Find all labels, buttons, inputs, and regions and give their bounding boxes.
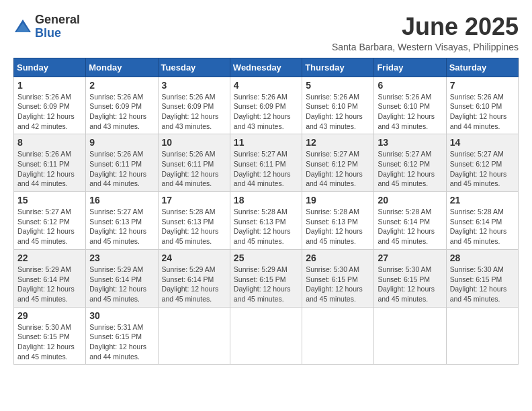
day-detail: Sunrise: 5:28 AM Sunset: 6:13 PM Dayligh… xyxy=(306,207,370,246)
day-number: 16 xyxy=(89,195,154,205)
week-row-2: 8 Sunrise: 5:26 AM Sunset: 6:11 PM Dayli… xyxy=(14,134,519,192)
table-cell xyxy=(158,307,230,365)
day-number: 3 xyxy=(162,80,226,91)
day-number: 8 xyxy=(17,137,82,148)
table-cell: 17 Sunrise: 5:28 AM Sunset: 6:13 PM Dayl… xyxy=(158,192,230,250)
day-detail: Sunrise: 5:29 AM Sunset: 6:15 PM Dayligh… xyxy=(234,265,298,304)
header: General Blue June 2025 Santa Barbara, We… xyxy=(13,13,519,52)
day-detail: Sunrise: 5:26 AM Sunset: 6:11 PM Dayligh… xyxy=(162,149,226,189)
col-wednesday: Wednesday xyxy=(230,58,302,77)
day-detail: Sunrise: 5:28 AM Sunset: 6:13 PM Dayligh… xyxy=(234,207,298,246)
day-detail: Sunrise: 5:26 AM Sunset: 6:09 PM Dayligh… xyxy=(89,92,154,132)
day-number: 5 xyxy=(306,80,370,91)
col-saturday: Saturday xyxy=(446,58,518,77)
logo: General Blue xyxy=(13,13,80,40)
table-cell: 19 Sunrise: 5:28 AM Sunset: 6:13 PM Dayl… xyxy=(302,192,374,250)
day-detail: Sunrise: 5:30 AM Sunset: 6:15 PM Dayligh… xyxy=(17,322,82,362)
title-block: June 2025 Santa Barbara, Western Visayas… xyxy=(332,13,519,52)
day-number: 17 xyxy=(162,195,226,205)
day-number: 13 xyxy=(378,137,442,148)
table-cell: 9 Sunrise: 5:26 AM Sunset: 6:11 PM Dayli… xyxy=(86,134,158,192)
logo-general-text: General xyxy=(35,13,80,26)
day-detail: Sunrise: 5:27 AM Sunset: 6:12 PM Dayligh… xyxy=(378,149,442,189)
day-detail: Sunrise: 5:26 AM Sunset: 6:11 PM Dayligh… xyxy=(17,149,82,189)
day-detail: Sunrise: 5:26 AM Sunset: 6:10 PM Dayligh… xyxy=(378,92,442,132)
day-detail: Sunrise: 5:30 AM Sunset: 6:15 PM Dayligh… xyxy=(450,265,515,304)
col-sunday: Sunday xyxy=(14,58,86,77)
table-cell: 7 Sunrise: 5:26 AM Sunset: 6:10 PM Dayli… xyxy=(446,77,518,134)
day-number: 14 xyxy=(450,137,515,148)
table-cell: 27 Sunrise: 5:30 AM Sunset: 6:15 PM Dayl… xyxy=(374,249,446,307)
day-number: 4 xyxy=(234,80,298,91)
table-cell xyxy=(374,307,446,365)
day-number: 9 xyxy=(89,137,154,148)
day-detail: Sunrise: 5:27 AM Sunset: 6:13 PM Dayligh… xyxy=(89,207,154,246)
day-number: 2 xyxy=(89,80,154,91)
week-row-1: 1 Sunrise: 5:26 AM Sunset: 6:09 PM Dayli… xyxy=(14,77,519,134)
day-detail: Sunrise: 5:26 AM Sunset: 6:09 PM Dayligh… xyxy=(17,92,82,132)
day-number: 11 xyxy=(234,137,298,148)
day-number: 28 xyxy=(450,253,515,263)
day-detail: Sunrise: 5:26 AM Sunset: 6:09 PM Dayligh… xyxy=(234,92,298,132)
table-cell: 22 Sunrise: 5:29 AM Sunset: 6:14 PM Dayl… xyxy=(14,249,86,307)
day-detail: Sunrise: 5:26 AM Sunset: 6:09 PM Dayligh… xyxy=(162,92,226,132)
day-number: 19 xyxy=(306,195,370,205)
table-cell: 6 Sunrise: 5:26 AM Sunset: 6:10 PM Dayli… xyxy=(374,77,446,134)
table-cell: 8 Sunrise: 5:26 AM Sunset: 6:11 PM Dayli… xyxy=(14,134,86,192)
day-number: 21 xyxy=(450,195,515,205)
table-cell: 15 Sunrise: 5:27 AM Sunset: 6:12 PM Dayl… xyxy=(14,192,86,250)
day-number: 27 xyxy=(378,253,442,263)
calendar-table: Sunday Monday Tuesday Wednesday Thursday… xyxy=(13,58,519,365)
day-number: 6 xyxy=(378,80,442,91)
table-cell: 5 Sunrise: 5:26 AM Sunset: 6:10 PM Dayli… xyxy=(302,77,374,134)
table-cell: 1 Sunrise: 5:26 AM Sunset: 6:09 PM Dayli… xyxy=(14,77,86,134)
table-cell: 23 Sunrise: 5:29 AM Sunset: 6:14 PM Dayl… xyxy=(86,249,158,307)
week-row-3: 15 Sunrise: 5:27 AM Sunset: 6:12 PM Dayl… xyxy=(14,192,519,250)
day-number: 30 xyxy=(89,310,154,321)
day-detail: Sunrise: 5:29 AM Sunset: 6:14 PM Dayligh… xyxy=(162,265,226,304)
day-number: 18 xyxy=(234,195,298,205)
table-cell: 14 Sunrise: 5:27 AM Sunset: 6:12 PM Dayl… xyxy=(446,134,518,192)
table-cell: 4 Sunrise: 5:26 AM Sunset: 6:09 PM Dayli… xyxy=(230,77,302,134)
table-cell xyxy=(302,307,374,365)
day-number: 25 xyxy=(234,253,298,263)
day-number: 7 xyxy=(450,80,515,91)
day-detail: Sunrise: 5:28 AM Sunset: 6:13 PM Dayligh… xyxy=(162,207,226,246)
day-detail: Sunrise: 5:27 AM Sunset: 6:12 PM Dayligh… xyxy=(306,149,370,189)
table-cell: 25 Sunrise: 5:29 AM Sunset: 6:15 PM Dayl… xyxy=(230,249,302,307)
table-cell: 12 Sunrise: 5:27 AM Sunset: 6:12 PM Dayl… xyxy=(302,134,374,192)
day-detail: Sunrise: 5:27 AM Sunset: 6:12 PM Dayligh… xyxy=(450,149,515,189)
day-number: 15 xyxy=(17,195,82,205)
logo-blue-text: Blue xyxy=(35,26,61,40)
location-subtitle: Santa Barbara, Western Visayas, Philippi… xyxy=(332,42,519,52)
table-cell: 10 Sunrise: 5:26 AM Sunset: 6:11 PM Dayl… xyxy=(158,134,230,192)
day-number: 10 xyxy=(162,137,226,148)
table-cell: 13 Sunrise: 5:27 AM Sunset: 6:12 PM Dayl… xyxy=(374,134,446,192)
page-container: General Blue June 2025 Santa Barbara, We… xyxy=(13,13,519,365)
day-detail: Sunrise: 5:29 AM Sunset: 6:14 PM Dayligh… xyxy=(89,265,154,304)
day-detail: Sunrise: 5:30 AM Sunset: 6:15 PM Dayligh… xyxy=(378,265,442,304)
table-cell: 16 Sunrise: 5:27 AM Sunset: 6:13 PM Dayl… xyxy=(86,192,158,250)
table-cell: 30 Sunrise: 5:31 AM Sunset: 6:15 PM Dayl… xyxy=(86,307,158,365)
table-cell: 11 Sunrise: 5:27 AM Sunset: 6:11 PM Dayl… xyxy=(230,134,302,192)
table-cell: 28 Sunrise: 5:30 AM Sunset: 6:15 PM Dayl… xyxy=(446,249,518,307)
day-detail: Sunrise: 5:31 AM Sunset: 6:15 PM Dayligh… xyxy=(89,322,154,362)
week-row-4: 22 Sunrise: 5:29 AM Sunset: 6:14 PM Dayl… xyxy=(14,249,519,307)
day-number: 26 xyxy=(306,253,370,263)
col-monday: Monday xyxy=(86,58,158,77)
table-cell: 24 Sunrise: 5:29 AM Sunset: 6:14 PM Dayl… xyxy=(158,249,230,307)
day-detail: Sunrise: 5:28 AM Sunset: 6:14 PM Dayligh… xyxy=(378,207,442,246)
table-cell xyxy=(230,307,302,365)
day-detail: Sunrise: 5:27 AM Sunset: 6:11 PM Dayligh… xyxy=(234,149,298,189)
week-row-5: 29 Sunrise: 5:30 AM Sunset: 6:15 PM Dayl… xyxy=(14,307,519,365)
day-detail: Sunrise: 5:26 AM Sunset: 6:10 PM Dayligh… xyxy=(450,92,515,132)
table-cell: 21 Sunrise: 5:28 AM Sunset: 6:14 PM Dayl… xyxy=(446,192,518,250)
day-number: 23 xyxy=(89,253,154,263)
table-cell xyxy=(446,307,518,365)
day-number: 29 xyxy=(17,310,82,321)
table-cell: 29 Sunrise: 5:30 AM Sunset: 6:15 PM Dayl… xyxy=(14,307,86,365)
calendar-header-row: Sunday Monday Tuesday Wednesday Thursday… xyxy=(14,58,519,77)
table-cell: 3 Sunrise: 5:26 AM Sunset: 6:09 PM Dayli… xyxy=(158,77,230,134)
day-number: 20 xyxy=(378,195,442,205)
table-cell: 2 Sunrise: 5:26 AM Sunset: 6:09 PM Dayli… xyxy=(86,77,158,134)
